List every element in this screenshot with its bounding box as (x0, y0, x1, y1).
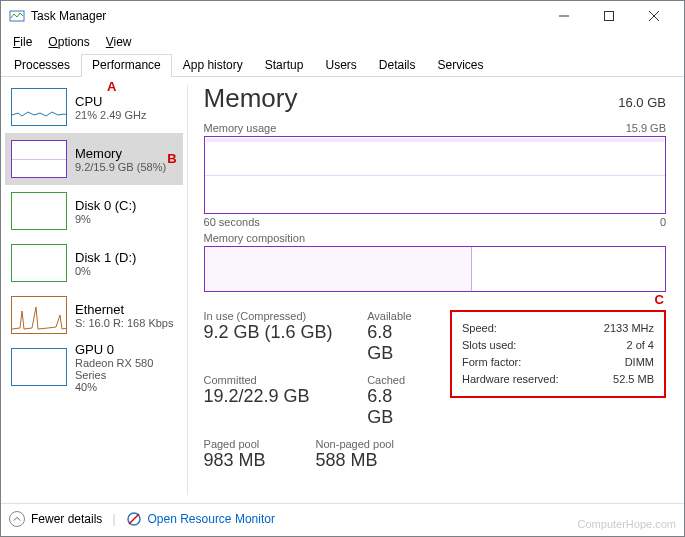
menu-file[interactable]: File (5, 33, 40, 51)
svg-rect-2 (604, 12, 613, 21)
sidebar-item-disk0[interactable]: Disk 0 (C:) 9% (5, 185, 183, 237)
tab-services[interactable]: Services (427, 54, 495, 77)
tab-startup[interactable]: Startup (254, 54, 315, 77)
paged-label: Paged pool (204, 438, 294, 450)
sidebar-item-cpu[interactable]: CPU 21% 2.49 GHz (5, 81, 183, 133)
memory-thumb (11, 140, 67, 178)
sidebar-cpu-title: CPU (75, 94, 147, 109)
sidebar-item-gpu[interactable]: GPU 0 Radeon RX 580 Series 40% (5, 341, 183, 393)
maximize-button[interactable] (586, 1, 631, 31)
sidebar-disk1-title: Disk 1 (D:) (75, 250, 136, 265)
composition-label: Memory composition (204, 232, 305, 244)
cached-label: Cached (367, 374, 420, 386)
nonpaged-value: 588 MB (316, 450, 394, 471)
sidebar-memory-sub: 9.2/15.9 GB (58%) (75, 161, 166, 173)
reserved-label: Hardware reserved: (462, 371, 559, 388)
fewer-details-link[interactable]: Fewer details (31, 512, 102, 526)
cached-value: 6.8 GB (367, 386, 420, 428)
cpu-thumb (11, 88, 67, 126)
sidebar-memory-title: Memory (75, 146, 166, 161)
menu-view[interactable]: View (98, 33, 140, 51)
form-label: Form factor: (462, 354, 521, 371)
tab-bar: Processes Performance App history Startu… (1, 53, 684, 77)
disk0-thumb (11, 192, 67, 230)
paged-value: 983 MB (204, 450, 294, 471)
open-resource-monitor-link[interactable]: Open Resource Monitor (148, 512, 275, 526)
window-title: Task Manager (31, 9, 541, 23)
memory-usage-chart[interactable] (204, 136, 666, 214)
nonpaged-label: Non-paged pool (316, 438, 394, 450)
taskmgr-icon (9, 8, 25, 24)
tab-app-history[interactable]: App history (172, 54, 254, 77)
footer-separator: | (108, 512, 119, 526)
svg-line-6 (129, 514, 139, 524)
speed-value: 2133 MHz (604, 320, 654, 337)
usage-label: Memory usage (204, 122, 277, 134)
memory-composition-chart[interactable] (204, 246, 666, 292)
in-use-label: In use (Compressed) (204, 310, 346, 322)
memory-total: 16.0 GB (618, 95, 666, 110)
form-value: DIMM (625, 354, 654, 371)
minimize-button[interactable] (541, 1, 586, 31)
sidebar-item-memory[interactable]: Memory 9.2/15.9 GB (58%) B (5, 133, 183, 185)
committed-label: Committed (204, 374, 346, 386)
menu-options[interactable]: Options (40, 33, 97, 51)
close-button[interactable] (631, 1, 676, 31)
sidebar: CPU 21% 2.49 GHz Memory 9.2/15.9 GB (58%… (1, 77, 187, 503)
axis-left: 60 seconds (204, 216, 260, 228)
resource-monitor-icon (126, 511, 142, 527)
reserved-value: 52.5 MB (613, 371, 654, 388)
main-heading: Memory (204, 83, 298, 114)
sidebar-item-ethernet[interactable]: Ethernet S: 16.0 R: 168 Kbps (5, 289, 183, 341)
title-bar: Task Manager (1, 1, 684, 31)
sidebar-item-disk1[interactable]: Disk 1 (D:) 0% (5, 237, 183, 289)
menu-bar: File Options View (1, 31, 684, 53)
slots-value: 2 of 4 (626, 337, 654, 354)
sidebar-disk0-title: Disk 0 (C:) (75, 198, 136, 213)
slots-label: Slots used: (462, 337, 516, 354)
watermark: ComputerHope.com (578, 518, 676, 530)
axis-right: 0 (660, 216, 666, 228)
in-use-value: 9.2 GB (1.6 GB) (204, 322, 346, 343)
sidebar-gpu-title: GPU 0 (75, 342, 177, 357)
available-value: 6.8 GB (367, 322, 420, 364)
annotation-b: B (167, 151, 176, 166)
speed-label: Speed: (462, 320, 497, 337)
tab-users[interactable]: Users (314, 54, 367, 77)
sidebar-eth-title: Ethernet (75, 302, 173, 317)
available-label: Available (367, 310, 420, 322)
gpu-thumb (11, 348, 67, 386)
annotation-c: C (655, 292, 664, 307)
main-panel: Memory 16.0 GB Memory usage 15.9 GB 60 s… (188, 77, 684, 503)
tab-performance[interactable]: Performance (81, 54, 172, 77)
sidebar-cpu-sub: 21% 2.49 GHz (75, 109, 147, 121)
sidebar-eth-sub: S: 16.0 R: 168 Kbps (75, 317, 173, 329)
sidebar-disk0-sub: 9% (75, 213, 136, 225)
disk1-thumb (11, 244, 67, 282)
chevron-up-icon[interactable] (9, 511, 25, 527)
memory-details-box: Speed:2133 MHz Slots used:2 of 4 Form fa… (450, 310, 666, 398)
sidebar-disk1-sub: 0% (75, 265, 136, 277)
tab-processes[interactable]: Processes (3, 54, 81, 77)
content-area: CPU 21% 2.49 GHz Memory 9.2/15.9 GB (58%… (1, 77, 684, 503)
usage-max: 15.9 GB (626, 122, 666, 134)
ethernet-thumb (11, 296, 67, 334)
tab-details[interactable]: Details (368, 54, 427, 77)
committed-value: 19.2/22.9 GB (204, 386, 346, 407)
sidebar-gpu-sub: Radeon RX 580 Series 40% (75, 357, 177, 393)
